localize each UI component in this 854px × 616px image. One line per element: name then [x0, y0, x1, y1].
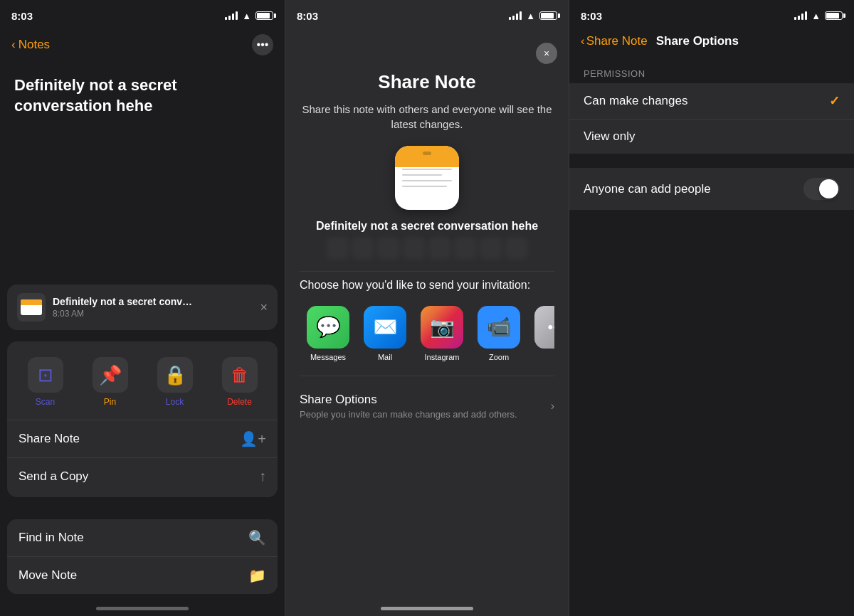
notif-title: Definitely not a secret conversation... — [53, 296, 195, 307]
share-options-label: Share Options — [300, 393, 517, 407]
more-button[interactable]: ••• — [252, 34, 273, 55]
app-mail[interactable]: ✉️ Mail — [357, 306, 413, 361]
back-label: Notes — [19, 38, 50, 52]
back-arrow-icon: ‹ — [11, 38, 16, 52]
more-icon: ••• — [257, 38, 269, 51]
action-lock[interactable]: 🔒 Lock — [142, 350, 207, 414]
wifi-icon-1: ▲ — [242, 11, 251, 21]
home-indicator-1 — [96, 607, 189, 610]
status-bar-1: 8:03 ▲ — [0, 0, 285, 31]
zoom-icon: 📹 — [478, 306, 520, 349]
find-in-note-button[interactable]: Find in Note 🔍 — [7, 519, 278, 557]
blurred-share-icons — [326, 237, 528, 260]
scan-label: Scan — [36, 397, 55, 407]
share-note-icon: 👤+ — [240, 430, 266, 447]
p3-back-label: Share Note — [586, 34, 648, 48]
action-section-2: Find in Note 🔍 Move Note 📁 — [7, 519, 278, 594]
wifi-icon-2: ▲ — [526, 11, 535, 21]
share-options-button[interactable]: Share Options People you invite can make… — [300, 383, 554, 423]
pin-icon: 📌 — [99, 364, 122, 386]
send-copy-button[interactable]: Send a Copy ↑ — [7, 458, 278, 494]
action-scan[interactable]: ⊡ Scan — [13, 350, 78, 414]
notif-text: Definitely not a secret conversation... … — [53, 296, 253, 319]
pin-label: Pin — [104, 397, 116, 407]
action-list-1: Share Note 👤+ Send a Copy ↑ — [7, 420, 278, 494]
notif-thumbnail — [17, 293, 46, 322]
messages-icon: 💬 — [307, 306, 349, 349]
anyone-add-people-toggle[interactable] — [803, 178, 840, 200]
time-1: 8:03 — [11, 10, 33, 22]
instagram-label: Instagram — [425, 353, 460, 361]
action-grid: ⊡ Scan 📌 Pin 🔒 Lock 🗑 Delete — [7, 341, 278, 497]
battery-icon-2 — [539, 11, 557, 20]
status-bar-3: 8:03 ▲ — [569, 0, 854, 31]
context-notification: Definitely not a secret conversation... … — [7, 285, 278, 330]
app-instagram[interactable]: 📷 Instagram — [413, 306, 470, 361]
can-make-changes-checkmark: ✓ — [829, 93, 840, 109]
find-icon: 🔍 — [248, 529, 266, 546]
send-copy-icon: ↑ — [259, 468, 266, 484]
share-apps-row: 💬 Messages ✉️ Mail 📷 Instagram 📹 — [300, 306, 554, 361]
find-in-note-label: Find in Note — [19, 531, 84, 545]
note-name: Definitely not a secret conversation heh… — [316, 220, 538, 233]
signal-icon-1 — [225, 11, 238, 20]
home-indicator-3 — [381, 607, 473, 610]
move-note-button[interactable]: Move Note 📁 — [7, 557, 278, 594]
mail-label: Mail — [378, 353, 392, 361]
modal-body: Share Note Share this note with others a… — [285, 64, 569, 437]
action-delete[interactable]: 🗑 Delete — [207, 350, 272, 414]
permission-list: Can make changes ✓ View only — [569, 83, 854, 154]
wifi-icon-3: ▲ — [811, 11, 821, 21]
move-note-icon: 📁 — [248, 567, 266, 584]
zoom-label: Zoom — [489, 353, 509, 361]
anyone-add-people-row: Anyone can add people — [569, 168, 854, 210]
status-icons-1: ▲ — [225, 11, 273, 21]
back-button[interactable]: ‹ Notes — [11, 38, 50, 52]
app-more[interactable]: ••• — [527, 306, 554, 353]
scan-icon: ⊡ — [38, 364, 53, 386]
invite-label: Choose how you'd like to send your invit… — [300, 279, 530, 292]
p3-nav: ‹ Share Note Share Options — [569, 31, 854, 57]
notif-time: 8:03 AM — [53, 309, 253, 319]
permission-can-make-changes[interactable]: Can make changes ✓ — [569, 83, 854, 120]
notes-nav: ‹ Notes ••• — [0, 31, 285, 64]
instagram-icon: 📷 — [421, 306, 463, 349]
action-pin[interactable]: 📌 Pin — [78, 350, 142, 414]
messages-label: Messages — [310, 353, 346, 361]
note-content: Definitely not a secret conversation heh… — [0, 64, 285, 133]
share-divider — [300, 271, 554, 272]
status-bar-2: 8:03 ▲ — [285, 0, 569, 31]
panel-notes: 8:03 ▲ ‹ Notes ••• Definitely not a secr… — [0, 0, 285, 616]
anyone-add-people-label: Anyone can add people — [584, 182, 711, 196]
battery-icon-1 — [255, 11, 273, 20]
delete-icon: 🗑 — [231, 364, 249, 386]
p3-back-arrow-icon: ‹ — [581, 34, 585, 48]
notif-close-button[interactable]: × — [260, 300, 268, 315]
send-copy-label: Send a Copy — [19, 469, 88, 484]
permission-view-only[interactable]: View only — [569, 120, 854, 154]
app-messages[interactable]: 💬 Messages — [300, 306, 357, 361]
mail-icon: ✉️ — [364, 306, 406, 349]
signal-icon-3 — [794, 11, 807, 20]
modal-header: × — [285, 31, 569, 64]
p3-back-button[interactable]: ‹ Share Note — [581, 34, 648, 48]
modal-close-button[interactable]: × — [536, 43, 557, 64]
modal-description: Share this note with others and everyone… — [300, 102, 554, 132]
lock-icon: 🔒 — [164, 364, 186, 386]
move-note-label: Move Note — [19, 568, 77, 583]
toggle-knob — [819, 179, 838, 198]
app-zoom[interactable]: 📹 Zoom — [470, 306, 527, 361]
share-options-sublabel: People you invite can make changes and a… — [300, 409, 517, 420]
status-icons-2: ▲ — [509, 11, 557, 21]
share-divider-2 — [300, 376, 554, 376]
note-title: Definitely not a secret conversation heh… — [14, 75, 270, 116]
status-icons-3: ▲ — [794, 11, 843, 21]
panel-share-options: 8:03 ▲ ‹ Share Note Share Options PERMIS… — [569, 0, 854, 616]
share-note-button[interactable]: Share Note 👤+ — [7, 420, 278, 458]
chevron-right-icon: › — [551, 400, 554, 413]
action-icons-row: ⊡ Scan 📌 Pin 🔒 Lock 🗑 Delete — [7, 344, 278, 420]
share-note-label: Share Note — [19, 432, 80, 446]
view-only-label: View only — [584, 129, 635, 144]
can-make-changes-label: Can make changes — [584, 94, 687, 108]
modal-title: Share Note — [378, 71, 475, 93]
